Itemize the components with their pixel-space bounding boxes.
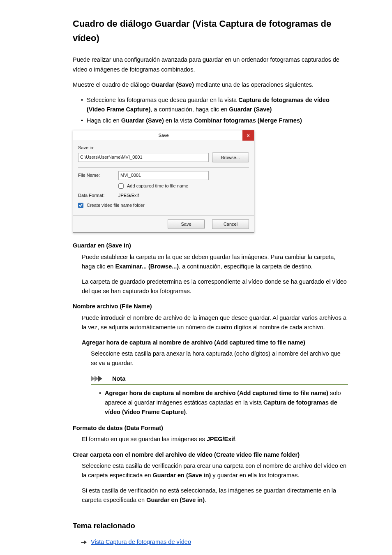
dialog-title-text: Save xyxy=(158,133,168,138)
dataformat-label: Data Format: xyxy=(78,192,115,199)
def-createfolder-body: Seleccione esta casilla de verificación … xyxy=(82,461,348,505)
save-button[interactable]: Save xyxy=(168,219,205,229)
intro-p2: Muestre el cuadro de diálogo Guardar (Sa… xyxy=(73,80,348,90)
savein-label: Save in: xyxy=(78,144,249,152)
intro-p1: Puede realizar una configuración avanzad… xyxy=(73,55,348,74)
def-addtime-title: Agregar hora de captura al nombre de arc… xyxy=(82,338,348,347)
dataformat-value: JPEG/Exif xyxy=(118,192,139,199)
def-savein-title: Guardar en (Save in) xyxy=(73,241,348,250)
save-dialog-figure: Save × Save in: C:\Users\UserName\MVI_00… xyxy=(73,130,348,233)
def-filename-body: Puede introducir el nombre de archivo de… xyxy=(82,313,348,332)
dialog-titlebar: Save × xyxy=(73,130,254,141)
def-createfolder-title: Crear carpeta con el nombre del archivo … xyxy=(73,450,348,460)
def-dataformat-title: Formato de datos (Data Format) xyxy=(73,423,348,433)
cancel-button[interactable]: Cancel xyxy=(212,219,249,229)
def-dataformat-body: El formato en que se guardan las imágene… xyxy=(82,435,348,444)
note-title: Nota xyxy=(112,374,125,384)
createfolder-checkbox[interactable]: Create video file name folder xyxy=(78,202,145,209)
related-link[interactable]: Vista Captura de fotogramas de vídeo xyxy=(91,537,191,547)
addtime-checkbox[interactable]: Add captured time to file name xyxy=(118,183,188,190)
list-item: Seleccione los fotogramas que desea guar… xyxy=(81,95,348,114)
page-title: Cuadro de diálogo Guardar (Vista Captura… xyxy=(73,16,348,45)
definitions: Guardar en (Save in) Puede establecer la… xyxy=(73,241,348,505)
note-box: Nota Agregar hora de captura al nombre d… xyxy=(91,374,348,417)
def-savein-body: Puede establecer la carpeta en la que se… xyxy=(82,252,348,296)
browse-button[interactable]: Browse... xyxy=(212,153,249,162)
related-item: Vista Captura de fotogramas de vídeo xyxy=(73,537,348,547)
note-item: Agregar hora de captura al nombre de arc… xyxy=(99,388,348,417)
save-dialog: Save × Save in: C:\Users\UserName\MVI_00… xyxy=(73,130,254,233)
def-filename-title: Nombre archivo (File Name) xyxy=(73,302,348,311)
arrow-right-icon xyxy=(81,540,87,545)
def-addtime-body: Seleccione esta casilla para anexar la h… xyxy=(91,349,348,417)
note-arrows-icon xyxy=(91,376,110,382)
page-content: Cuadro de diálogo Guardar (Vista Captura… xyxy=(36,0,356,555)
close-icon[interactable]: × xyxy=(242,130,254,141)
savein-path-field[interactable]: C:\Users\UserName\MVI_0001 xyxy=(78,153,209,162)
operations-list: Seleccione los fotogramas que desea guar… xyxy=(81,95,348,126)
filename-label: File Name: xyxy=(78,172,115,179)
list-item: Haga clic en Guardar (Save) en la vista … xyxy=(81,116,348,125)
related-heading: Tema relacionado xyxy=(73,520,348,532)
filename-input[interactable]: MVI_0001 xyxy=(118,171,209,180)
